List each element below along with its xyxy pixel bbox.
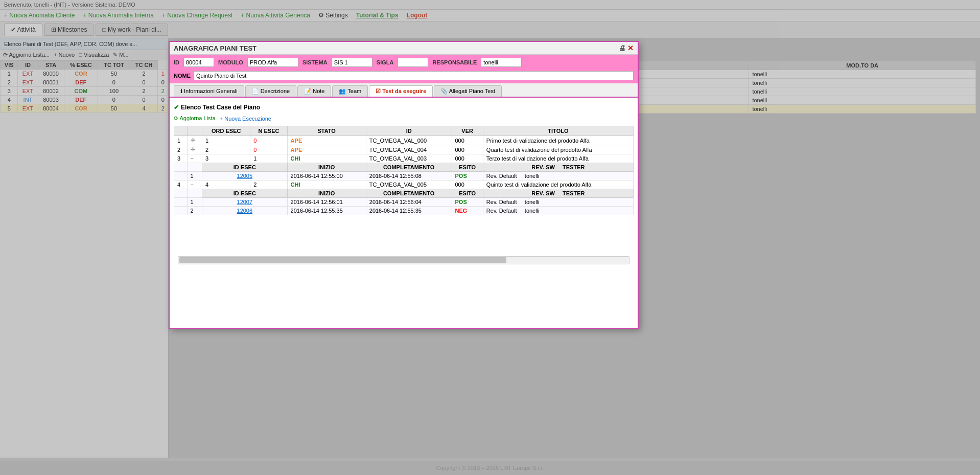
col-titolo: TITOLO [483, 126, 633, 136]
modal-tabs: ℹ Informazioni Generali 📄 Descrizione 📝 … [170, 83, 638, 98]
tab-test[interactable]: ☑ Test da eseguire [369, 85, 433, 97]
resp-label: RESPONSABILE [432, 59, 477, 65]
exec-row[interactable]: 1 12007 2016-06-14 12:56:01 2016-06-14 1… [174, 198, 634, 207]
sigla-label: SIGLA [377, 59, 394, 65]
n-esec: 0 [250, 136, 287, 145]
sub-col-inizio: INIZIO [287, 163, 366, 172]
tab-note[interactable]: 📝 Note [297, 85, 331, 97]
exec-esito: NEG [452, 207, 483, 215]
exec-inizio: 2016-06-14 12:55:00 [287, 172, 366, 180]
modal-title: ANAGRAFICA PIANI TEST [174, 44, 256, 52]
id-input[interactable] [183, 58, 214, 67]
exec-revsw-tester: Rev. Default tonelli [483, 207, 633, 215]
tc-ver: 000 [452, 180, 483, 189]
aggiorna-lista-modal-btn[interactable]: ⟳ Aggiorna Lista [174, 115, 216, 122]
tc-row[interactable]: 1 ✛ 1 0 APE TC_OMEGA_VAL_000 000 Primo t… [174, 136, 634, 145]
exec-id: 12006 [202, 207, 288, 215]
expand-cell[interactable]: ✛ [187, 136, 202, 145]
tc-row[interactable]: 2 ✛ 2 0 APE TC_OMEGA_VAL_004 000 Quarto … [174, 145, 634, 154]
sistema-input[interactable] [332, 58, 372, 67]
exec-id: 12007 [202, 198, 288, 207]
col-nesec: N ESEC [250, 126, 287, 136]
test-case-table: ORD ESEC N ESEC STATO ID VER TITOLO 1 ✛ … [174, 126, 634, 215]
stato: APE [287, 136, 366, 145]
exec-comp: 2016-06-14 12:55:35 [366, 207, 452, 215]
tc-id: TC_OMEGA_VAL_000 [366, 136, 452, 145]
col-ord: ORD ESEC [202, 126, 250, 136]
expand-cell[interactable]: − [187, 154, 202, 163]
modal-controls: 🖨 ✕ [618, 44, 634, 52]
exec-id: 12005 [202, 172, 288, 180]
sub-col-comp: COMPLETAMENTO [366, 163, 452, 172]
tc-titolo: Quinto test di validazione del prodotto … [483, 180, 633, 189]
modal-content: ✔ Elenco Test Case del Piano ⟳ Aggiorna … [170, 98, 638, 328]
section-title: Elenco Test Case del Piano [181, 104, 260, 111]
tc-id: TC_OMEGA_VAL_004 [366, 145, 452, 154]
tc-ver: 000 [452, 145, 483, 154]
tc-titolo: Primo test di validazione del prodotto A… [483, 136, 633, 145]
expand-cell[interactable]: ✛ [187, 145, 202, 154]
exec-esito: POS [452, 172, 483, 180]
expand-cell[interactable]: − [187, 180, 202, 189]
tc-titolo: Quarto test di validazione del prodotto … [483, 145, 633, 154]
tab-info[interactable]: ℹ Informazioni Generali [174, 85, 244, 97]
nome-input[interactable] [194, 71, 634, 80]
modulo-input[interactable] [247, 58, 298, 67]
sub-col-esito: ESITO [452, 163, 483, 172]
ord-esec: 4 [202, 180, 250, 189]
id-label: ID [174, 59, 179, 65]
modulo-label: MODULO [218, 59, 243, 65]
stato: CHI [287, 154, 366, 163]
tc-ver: 000 [452, 154, 483, 163]
n-esec: 0 [250, 145, 287, 154]
scrollbar-thumb[interactable] [179, 257, 506, 263]
exec-sub-header: ID ESEC INIZIO COMPLETAMENTO ESITO REV. … [174, 163, 634, 172]
col-expand [187, 126, 202, 136]
resp-input[interactable] [481, 58, 522, 67]
ord-esec: 1 [202, 136, 250, 145]
tab-desc[interactable]: 📄 Descrizione [245, 85, 297, 97]
nome-label: NOME [174, 73, 191, 79]
sub-col-idesec: ID ESEC [202, 189, 288, 198]
exec-comp: 2016-06-14 12:55:08 [366, 172, 452, 180]
stato: APE [287, 145, 366, 154]
row-num: 3 [174, 154, 188, 163]
sub-col-comp: COMPLETAMENTO [366, 189, 452, 198]
exec-revsw-tester: Rev. Default tonelli [483, 172, 633, 180]
exec-inizio: 2016-06-14 12:55:35 [287, 207, 366, 215]
nuova-esecuzione-btn[interactable]: + Nuova Esecuzione [220, 116, 271, 122]
exec-inizio: 2016-06-14 12:56:01 [287, 198, 366, 207]
sigla-input[interactable] [398, 58, 428, 67]
row-num: 4 [174, 180, 188, 189]
row-num: 2 [174, 145, 188, 154]
exec-esito: POS [452, 198, 483, 207]
exec-row[interactable]: 1 12005 2016-06-14 12:55:00 2016-06-14 1… [174, 172, 634, 180]
sub-col-revsw: REV. SW TESTER [483, 163, 633, 172]
ord-esec: 2 [202, 145, 250, 154]
close-icon[interactable]: ✕ [627, 44, 634, 52]
print-icon[interactable]: 🖨 [618, 44, 625, 52]
sub-col-revsw: REV. SW TESTER [483, 189, 633, 198]
stato: CHI [287, 180, 366, 189]
check-icon: ✔ [174, 104, 179, 111]
col-ver: VER [452, 126, 483, 136]
row-num: 1 [174, 136, 188, 145]
sub-col-idesec: ID ESEC [202, 163, 288, 172]
modal-name-row: NOME [170, 70, 638, 83]
tc-row[interactable]: 4 − 4 2 CHI TC_OMEGA_VAL_005 000 Quinto … [174, 180, 634, 189]
sub-col-esito: ESITO [452, 189, 483, 198]
col-id-tc: ID [366, 126, 452, 136]
col-num [174, 126, 188, 136]
tc-row[interactable]: 3 − 3 1 CHI TC_OMEGA_VAL_003 000 Terzo t… [174, 154, 634, 163]
exec-revsw-tester: Rev. Default tonelli [483, 198, 633, 207]
sub-col-inizio: INIZIO [287, 189, 366, 198]
exec-comp: 2016-06-14 12:56:04 [366, 198, 452, 207]
exec-row[interactable]: 2 12006 2016-06-14 12:55:35 2016-06-14 1… [174, 207, 634, 215]
tab-allegati[interactable]: 📎 Allegati Piano Test [434, 85, 502, 97]
horizontal-scrollbar[interactable] [178, 256, 629, 264]
n-esec: 1 [250, 154, 287, 163]
tc-titolo: Terzo test di validazione del prodotto A… [483, 154, 633, 163]
tab-team[interactable]: 👥 Team [332, 85, 368, 97]
modal-anagrafica: ANAGRAFICA PIANI TEST 🖨 ✕ ID MODULO SIST… [169, 41, 639, 329]
modal-titlebar: ANAGRAFICA PIANI TEST 🖨 ✕ [170, 42, 638, 55]
